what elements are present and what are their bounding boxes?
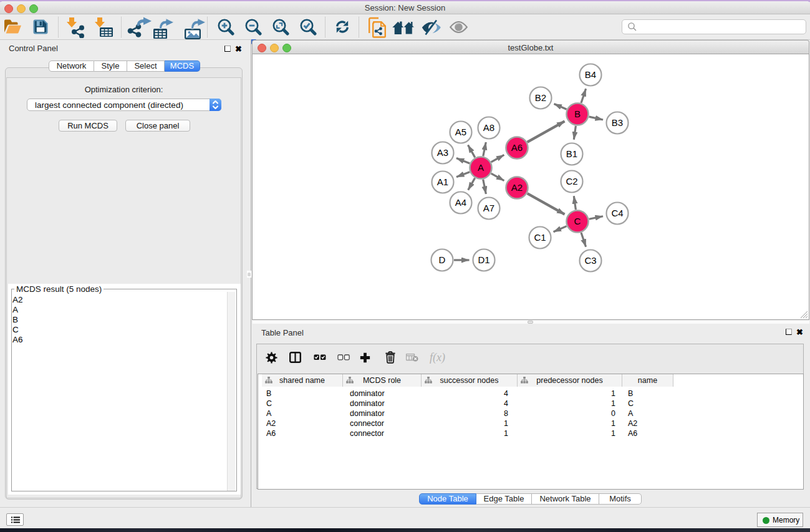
svg-text:D1: D1 [478, 254, 489, 265]
svg-text:B4: B4 [585, 69, 596, 80]
svg-text:D: D [439, 254, 446, 265]
svg-text:B: B [574, 109, 581, 119]
svg-text:C2: C2 [566, 176, 577, 186]
svg-text:C3: C3 [584, 255, 596, 266]
svg-text:A4: A4 [455, 197, 466, 208]
svg-text:A2: A2 [511, 182, 523, 193]
svg-text:A3: A3 [437, 147, 448, 158]
svg-text:A: A [478, 162, 484, 173]
svg-text:A5: A5 [455, 127, 466, 137]
svg-text:B2: B2 [535, 92, 546, 103]
svg-text:B3: B3 [612, 117, 623, 128]
svg-text:A8: A8 [483, 122, 494, 133]
svg-text:C1: C1 [534, 232, 546, 243]
svg-text:A1: A1 [437, 177, 448, 187]
svg-text:A6: A6 [511, 142, 523, 153]
svg-text:B1: B1 [566, 148, 577, 159]
svg-text:A7: A7 [483, 203, 494, 213]
svg-text:C: C [574, 216, 581, 226]
svg-text:C4: C4 [611, 208, 623, 218]
